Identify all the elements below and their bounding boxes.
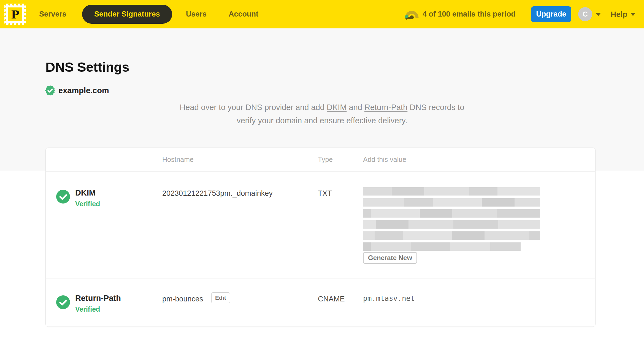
redacted-value-line [363, 242, 521, 251]
upgrade-button[interactable]: Upgrade [531, 6, 571, 22]
dkim-hostname: 20230121221753pm._domainkey [162, 189, 273, 198]
nav-item-account-label: Account [229, 10, 258, 18]
record-status-dkim: Verified [75, 200, 100, 208]
verified-check-icon [56, 295, 70, 309]
verified-check-icon [56, 190, 70, 204]
row-divider [46, 279, 595, 279]
nav-item-users[interactable]: Users [186, 0, 207, 28]
top-nav: P Servers Sender Signatures Users Accoun… [0, 0, 644, 28]
edit-hostname-button[interactable]: Edit [211, 292, 230, 303]
dkim-link[interactable]: DKIM [327, 103, 347, 112]
dkim-type: TXT [318, 189, 332, 198]
column-header-value: Add this value [363, 156, 406, 164]
dns-records-table: Hostname Type Add this value DKIM Verifi… [45, 148, 596, 327]
avatar: C [578, 7, 592, 21]
instructions-text: Head over to your DNS provider and add D… [0, 101, 644, 127]
instructions-part1: Head over to your DNS provider and add [180, 103, 327, 112]
instructions-part3: DNS records to [407, 103, 464, 112]
verified-seal-icon [45, 85, 55, 96]
return-path-value: pm.mtasv.net [363, 294, 415, 303]
page-title: DNS Settings [45, 59, 129, 75]
return-path-hostname: pm-bounces [162, 295, 203, 303]
usage-text: 4 of 100 emails this period [423, 10, 516, 18]
return-path-link[interactable]: Return-Path [364, 103, 407, 112]
nav-item-servers[interactable]: Servers [39, 0, 66, 28]
redacted-value-line [363, 187, 540, 196]
nav-item-servers-label: Servers [39, 10, 66, 18]
redacted-value-line [363, 231, 540, 240]
nav-item-sender-signatures-label: Sender Signatures [94, 10, 160, 18]
usage-meter[interactable]: 4 of 100 emails this period [405, 0, 516, 28]
nav-item-users-label: Users [186, 10, 207, 18]
postmark-logo[interactable]: P [4, 4, 26, 25]
account-menu[interactable]: C [578, 0, 601, 28]
record-name-return-path: Return-Path [75, 294, 121, 303]
chevron-down-icon [596, 13, 601, 16]
instructions-line2: verify your domain and ensure effective … [237, 116, 407, 125]
domain-name: example.com [58, 86, 109, 95]
help-menu[interactable]: Help [611, 0, 636, 28]
help-label: Help [611, 10, 627, 19]
generate-new-button[interactable]: Generate New [363, 252, 417, 264]
gauge-icon [405, 9, 419, 20]
chevron-down-icon [630, 13, 636, 16]
column-header-type: Type [318, 156, 333, 164]
redacted-value-line [363, 209, 540, 218]
redacted-dkim-value [363, 187, 540, 253]
nav-item-sender-signatures[interactable]: Sender Signatures [82, 5, 172, 24]
redacted-value-line [363, 198, 540, 207]
record-name-dkim: DKIM [75, 188, 96, 197]
domain-row: example.com [45, 85, 109, 96]
postmark-logo-letter: P [8, 7, 22, 21]
redacted-value-line [363, 220, 540, 229]
record-status-return-path: Verified [75, 305, 100, 313]
nav-item-account[interactable]: Account [229, 0, 258, 28]
instructions-part2: and [347, 103, 364, 112]
header-divider [46, 171, 595, 172]
column-header-hostname: Hostname [162, 156, 194, 164]
return-path-type: CNAME [318, 295, 345, 303]
